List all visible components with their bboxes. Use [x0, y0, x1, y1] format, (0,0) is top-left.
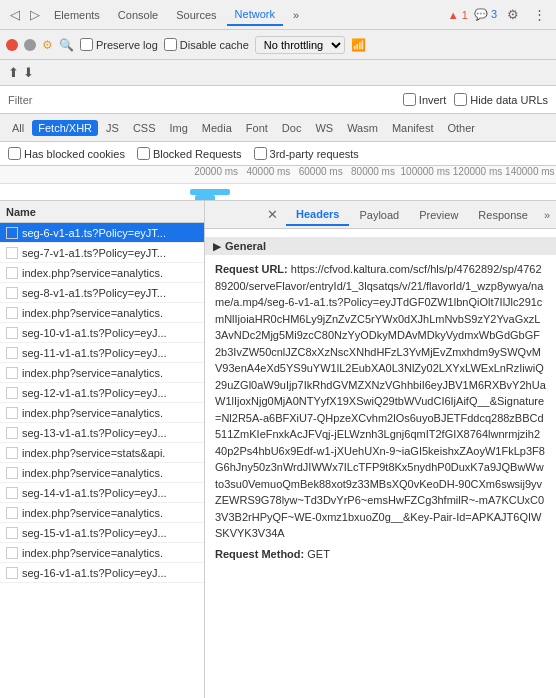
disable-cache-checkbox[interactable]	[164, 38, 177, 51]
request-list-item[interactable]: seg-7-v1-a1.ts?Policy=eyJT...	[0, 243, 204, 263]
throttle-select[interactable]: No throttling	[255, 36, 345, 54]
filter-icon[interactable]: ⚙	[42, 38, 53, 52]
type-filter-js[interactable]: JS	[100, 120, 125, 136]
back-btn[interactable]: ◁	[6, 5, 24, 24]
request-type-icon	[6, 427, 18, 439]
tab-headers[interactable]: Headers	[286, 204, 349, 226]
tab-more[interactable]: »	[285, 5, 307, 25]
error-badge: ▲ 1	[448, 9, 468, 21]
type-filter-doc[interactable]: Doc	[276, 120, 308, 136]
request-list-item[interactable]: index.php?service=analytics.	[0, 363, 204, 383]
tab-network[interactable]: Network	[227, 4, 283, 26]
type-filter-css[interactable]: CSS	[127, 120, 162, 136]
type-filter-fetchxhr[interactable]: Fetch/XHR	[32, 120, 98, 136]
request-name: index.php?service=analytics.	[22, 267, 198, 279]
detail-close-button[interactable]: ✕	[259, 203, 286, 226]
timeline-label: 100000 ms	[399, 166, 451, 177]
request-name: seg-15-v1-a1.ts?Policy=eyJ...	[22, 527, 198, 539]
request-list-item[interactable]: index.php?service=stats&api.	[0, 443, 204, 463]
request-name: index.php?service=analytics.	[22, 407, 198, 419]
request-method-label: Request Method:	[215, 548, 304, 560]
type-filter-manifest[interactable]: Manifest	[386, 120, 440, 136]
type-filter-ws[interactable]: WS	[309, 120, 339, 136]
preserve-log-checkbox[interactable]	[80, 38, 93, 51]
disable-cache-label[interactable]: Disable cache	[164, 38, 249, 51]
third-party-label[interactable]: 3rd-party requests	[254, 147, 359, 160]
invert-checkbox[interactable]	[403, 93, 416, 106]
request-list-item[interactable]: seg-6-v1-a1.ts?Policy=eyJT...	[0, 223, 204, 243]
request-type-icon	[6, 407, 18, 419]
third-party-checkbox[interactable]	[254, 147, 267, 160]
forward-btn[interactable]: ▷	[26, 5, 44, 24]
detail-content: ▶ General Request URL: https://cfvod.kal…	[205, 229, 556, 698]
timeline-ruler: 20000 ms40000 ms60000 ms80000 ms100000 m…	[0, 166, 556, 184]
blocked-requests-label[interactable]: Blocked Requests	[137, 147, 242, 160]
tab-elements[interactable]: Elements	[46, 5, 108, 25]
hide-urls-label[interactable]: Hide data URLs	[454, 93, 548, 106]
request-list-item[interactable]: seg-16-v1-a1.ts?Policy=eyJ...	[0, 563, 204, 583]
request-type-icon	[6, 227, 18, 239]
search-button[interactable]: 🔍	[59, 38, 74, 52]
request-list-item[interactable]: index.php?service=analytics.	[0, 263, 204, 283]
request-name: seg-11-v1-a1.ts?Policy=eyJ...	[22, 347, 198, 359]
filter-label: Filter	[8, 94, 32, 106]
has-blocked-checkbox[interactable]	[8, 147, 21, 160]
type-filter-media[interactable]: Media	[196, 120, 238, 136]
request-url-value: https://cfvod.kaltura.com/scf/hls/p/4762…	[215, 263, 546, 539]
blocked-requests-checkbox[interactable]	[137, 147, 150, 160]
request-list-item[interactable]: seg-12-v1-a1.ts?Policy=eyJ...	[0, 383, 204, 403]
request-name: index.php?service=stats&api.	[22, 447, 198, 459]
section-arrow-icon: ▶	[213, 241, 221, 252]
preserve-log-label[interactable]: Preserve log	[80, 38, 158, 51]
request-type-icon	[6, 507, 18, 519]
tab-payload[interactable]: Payload	[349, 205, 409, 225]
request-list-item[interactable]: index.php?service=analytics.	[0, 303, 204, 323]
message-badge: 💬 3	[474, 8, 497, 21]
network-toolbar: ⚙ 🔍 Preserve log Disable cache No thrott…	[0, 30, 556, 60]
general-section-header[interactable]: ▶ General	[205, 237, 556, 255]
request-name: seg-13-v1-a1.ts?Policy=eyJ...	[22, 427, 198, 439]
record-button[interactable]	[6, 39, 18, 51]
request-list-item[interactable]: seg-8-v1-a1.ts?Policy=eyJT...	[0, 283, 204, 303]
request-list-item[interactable]: seg-10-v1-a1.ts?Policy=eyJ...	[0, 323, 204, 343]
tab-response[interactable]: Response	[468, 205, 538, 225]
request-name: seg-6-v1-a1.ts?Policy=eyJT...	[22, 227, 198, 239]
request-type-icon	[6, 467, 18, 479]
request-list-item[interactable]: index.php?service=analytics.	[0, 543, 204, 563]
more-options-button[interactable]: ⋮	[529, 5, 550, 24]
request-name: seg-10-v1-a1.ts?Policy=eyJ...	[22, 327, 198, 339]
request-name: index.php?service=analytics.	[22, 547, 198, 559]
tab-console[interactable]: Console	[110, 5, 166, 25]
filter-input[interactable]	[40, 94, 394, 106]
request-type-icon	[6, 567, 18, 579]
request-list-item[interactable]: index.php?service=analytics.	[0, 503, 204, 523]
request-list-header: Name	[0, 201, 204, 223]
has-blocked-label[interactable]: Has blocked cookies	[8, 147, 125, 160]
wifi-icon: 📶	[351, 38, 366, 52]
hide-urls-checkbox[interactable]	[454, 93, 467, 106]
type-filter-img[interactable]: Img	[164, 120, 194, 136]
request-list-item[interactable]: index.php?service=analytics.	[0, 463, 204, 483]
upload-button[interactable]: ⬆	[8, 65, 19, 80]
type-filter-other[interactable]: Other	[441, 120, 481, 136]
detail-more-button[interactable]: »	[538, 205, 556, 225]
type-filter-wasm[interactable]: Wasm	[341, 120, 384, 136]
type-filter-font[interactable]: Font	[240, 120, 274, 136]
request-list-item[interactable]: seg-13-v1-a1.ts?Policy=eyJ...	[0, 423, 204, 443]
request-type-icon	[6, 527, 18, 539]
download-button[interactable]: ⬇	[23, 65, 34, 80]
invert-label[interactable]: Invert	[403, 93, 447, 106]
request-type-icon	[6, 547, 18, 559]
tab-sources[interactable]: Sources	[168, 5, 224, 25]
request-type-icon	[6, 447, 18, 459]
request-list-item[interactable]: seg-14-v1-a1.ts?Policy=eyJ...	[0, 483, 204, 503]
clear-button[interactable]	[24, 39, 36, 51]
type-filter-all[interactable]: All	[6, 120, 30, 136]
request-list-item[interactable]: index.php?service=analytics.	[0, 403, 204, 423]
timeline-label: 120000 ms	[451, 166, 503, 177]
request-list-item[interactable]: seg-15-v1-a1.ts?Policy=eyJ...	[0, 523, 204, 543]
tab-preview[interactable]: Preview	[409, 205, 468, 225]
request-list-item[interactable]: seg-11-v1-a1.ts?Policy=eyJ...	[0, 343, 204, 363]
settings-button[interactable]: ⚙	[503, 5, 523, 24]
request-name: index.php?service=analytics.	[22, 467, 198, 479]
